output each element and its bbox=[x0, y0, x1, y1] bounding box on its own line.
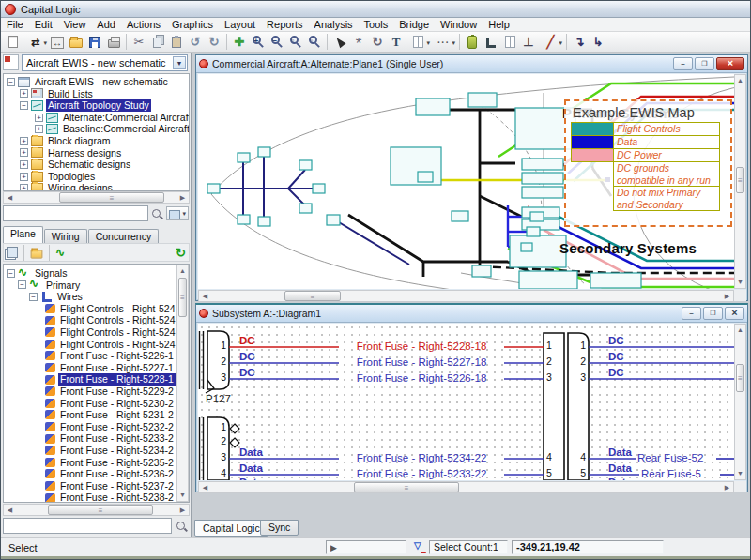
open-button[interactable] bbox=[67, 33, 85, 52]
wire-label-selected[interactable]: Front Fuse - Right-5228-18 bbox=[339, 341, 504, 352]
net-label[interactable]: DC bbox=[239, 351, 255, 362]
plane1-vscrollbar[interactable]: ▲ ▼ bbox=[734, 74, 746, 289]
maximize-button[interactable] bbox=[695, 57, 714, 70]
scroll-down-arrow[interactable]: ▼ bbox=[177, 490, 188, 501]
save-button[interactable] bbox=[85, 33, 104, 52]
scroll-down-arrow[interactable]: ▼ bbox=[735, 277, 745, 288]
wire-item-selected[interactable]: Front Fuse - Right-5228-1 bbox=[4, 373, 189, 386]
wire-label[interactable]: Rear Fuse-52 bbox=[637, 452, 731, 463]
wire-label[interactable]: Front Fuse - Right-5226-18 bbox=[339, 372, 504, 384]
net-label[interactable]: DC bbox=[608, 351, 624, 362]
close-button[interactable] bbox=[716, 57, 744, 70]
wire-item[interactable]: Front Fuse - Right-5236-2 bbox=[4, 468, 189, 480]
signals-folder-wires[interactable]: Wires bbox=[4, 291, 189, 303]
tree-node-root[interactable]: Aircraft EWIS - new schematic bbox=[4, 76, 189, 88]
expander-icon[interactable] bbox=[20, 148, 28, 157]
plane1-titlebar[interactable]: Commercial Aircraft:A:Alternate:Plane1 (… bbox=[196, 55, 747, 73]
close-button[interactable] bbox=[725, 307, 744, 320]
wire-label[interactable]: Rear Fuse-5 bbox=[641, 468, 731, 479]
component-tool-button[interactable] bbox=[463, 33, 482, 52]
chevron-down-icon[interactable]: ▼ bbox=[173, 56, 186, 69]
selection-filter-icon[interactable] bbox=[412, 541, 426, 554]
menu-bridge[interactable]: Bridge bbox=[393, 18, 435, 32]
minimize-button[interactable] bbox=[682, 307, 701, 320]
scroll-up-arrow[interactable]: ▲ bbox=[735, 75, 745, 86]
project-header-icon[interactable] bbox=[3, 54, 19, 70]
tree-node-harness-designs[interactable]: Harness designs bbox=[4, 147, 189, 159]
wire-item[interactable]: Front Fuse - Right-5227-1 bbox=[4, 362, 189, 374]
expander-icon[interactable] bbox=[29, 293, 38, 301]
scroll-up-arrow[interactable]: ▲ bbox=[735, 325, 745, 336]
undo-button[interactable] bbox=[186, 33, 205, 52]
net-label[interactable]: Data bbox=[239, 477, 263, 480]
expander-icon[interactable] bbox=[20, 101, 28, 110]
net-label[interactable]: DC bbox=[239, 335, 255, 346]
ewis-map-legend[interactable]: Example EWIS Map Flight Controls Data DC… bbox=[564, 99, 732, 227]
wire-label[interactable]: Front Fuse - Right-5234-22 bbox=[339, 452, 504, 463]
zoom-out-button[interactable] bbox=[268, 33, 286, 52]
scroll-left-arrow[interactable]: ◀ bbox=[199, 291, 211, 301]
expander-icon[interactable] bbox=[7, 78, 15, 86]
menu-actions[interactable]: Actions bbox=[121, 18, 166, 32]
scroll-right-arrow[interactable]: ▶ bbox=[176, 505, 189, 515]
net-label[interactable]: Data bbox=[608, 446, 632, 458]
expander-icon[interactable] bbox=[20, 89, 28, 98]
tab-plane[interactable]: Plane bbox=[3, 226, 43, 243]
maximize-button[interactable] bbox=[703, 307, 723, 320]
wire-tool-button[interactable] bbox=[482, 33, 500, 52]
search-icon[interactable] bbox=[151, 208, 163, 220]
wire-item[interactable]: Front Fuse - Right-5234-2 bbox=[4, 445, 189, 457]
expander-icon[interactable] bbox=[20, 184, 28, 191]
tree-node-schematic-designs[interactable]: Schematic designs bbox=[4, 159, 189, 171]
fit-window-button[interactable] bbox=[48, 33, 67, 52]
net-label[interactable]: DC bbox=[608, 367, 624, 378]
wire-item[interactable]: Front Fuse - Right-5231-2 bbox=[4, 409, 189, 421]
redo-button[interactable] bbox=[205, 33, 223, 52]
net-label[interactable]: DC bbox=[608, 335, 624, 346]
pan-button[interactable] bbox=[230, 33, 249, 52]
menu-view[interactable]: View bbox=[58, 18, 92, 32]
wire-item[interactable]: Front Fuse - Right-5226-1 bbox=[4, 350, 189, 362]
expander-icon[interactable] bbox=[20, 160, 28, 169]
overlay-view-icon[interactable] bbox=[7, 247, 18, 258]
tree-node-topology-study[interactable]: Aircraft Topology Study bbox=[4, 99, 189, 112]
cut-button[interactable] bbox=[130, 33, 148, 52]
tree-node-alternate[interactable]: Alternate:Commercial Aircraft:A:Alt bbox=[4, 112, 189, 124]
project-tree-hscrollbar[interactable]: ◀ ▶ bbox=[3, 191, 190, 204]
group-folder-icon[interactable] bbox=[31, 250, 43, 258]
plane1-hscrollbar[interactable]: ◀ ▶ bbox=[198, 290, 734, 302]
scroll-up-arrow[interactable]: ▲ bbox=[177, 265, 188, 277]
view-layout-button[interactable]: ▾ bbox=[166, 206, 189, 220]
menu-edit[interactable]: Edit bbox=[29, 18, 58, 32]
project-search-input[interactable] bbox=[3, 205, 148, 221]
wire-label[interactable]: Front Fuse - Right-5233-22 bbox=[339, 468, 504, 479]
wire-item[interactable]: Front Fuse - Right-5233-2 bbox=[4, 432, 189, 445]
net-label[interactable]: DC bbox=[239, 367, 255, 378]
zoom-full-button[interactable] bbox=[305, 33, 324, 52]
menu-window[interactable]: Window bbox=[435, 18, 483, 32]
bridge-tool-1-button[interactable] bbox=[570, 33, 589, 52]
project-combobox[interactable]: Aircraft EWIS - new schematic ▼ bbox=[22, 54, 188, 71]
signals-search-input[interactable] bbox=[3, 518, 172, 534]
open-mode-button[interactable] bbox=[23, 33, 48, 52]
tab-concurrency[interactable]: Concurrency bbox=[88, 229, 160, 243]
wire-item[interactable]: Front Fuse - Right-5229-2 bbox=[4, 386, 189, 398]
paste-button[interactable] bbox=[167, 33, 186, 52]
zoom-area-button[interactable] bbox=[286, 33, 305, 52]
wire-item[interactable]: Front Fuse - Right-5237-2 bbox=[4, 480, 189, 492]
scroll-left-arrow[interactable]: ◀ bbox=[199, 482, 211, 492]
menu-layout[interactable]: Layout bbox=[219, 18, 261, 32]
wire-item[interactable]: Front Fuse - Right-5235-2 bbox=[4, 457, 189, 469]
menu-reports[interactable]: Reports bbox=[261, 18, 309, 32]
menu-tools[interactable]: Tools bbox=[359, 18, 394, 32]
signal-icon[interactable] bbox=[55, 248, 68, 258]
scroll-right-arrow[interactable]: ▶ bbox=[721, 291, 733, 301]
select-tool-button[interactable] bbox=[330, 33, 349, 52]
scroll-left-arrow[interactable]: ◀ bbox=[4, 192, 16, 203]
scroll-thumb[interactable] bbox=[736, 364, 744, 392]
scroll-thumb[interactable] bbox=[59, 192, 164, 203]
print-button[interactable] bbox=[104, 33, 123, 52]
refresh-button[interactable] bbox=[368, 33, 387, 52]
bridge-tool-2-button[interactable] bbox=[589, 33, 607, 52]
schematic-canvas[interactable]: 1 2 3 DC DC DC Front Fuse - Right-5228-1… bbox=[198, 324, 734, 480]
